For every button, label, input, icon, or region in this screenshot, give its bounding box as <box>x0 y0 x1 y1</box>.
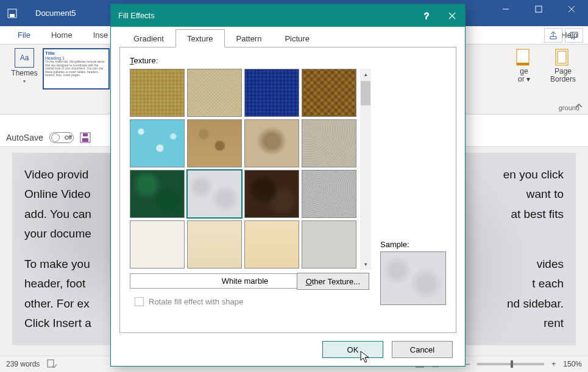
zoom-percent[interactable]: 150% <box>563 360 582 368</box>
texture-swatch[interactable] <box>130 170 185 218</box>
save-icon[interactable] <box>80 132 91 143</box>
page-color-icon <box>514 48 534 68</box>
dialog-window-controls: ? <box>414 4 465 27</box>
dialog-buttons: OK Cancel <box>111 333 465 366</box>
word-save-icon[interactable] <box>7 9 17 18</box>
close-button[interactable] <box>555 0 588 18</box>
themes-button[interactable]: Aa Themes ▾ <box>7 48 41 110</box>
svg-text:?: ? <box>424 12 429 20</box>
autosave-toggle-state: Off <box>65 135 72 141</box>
doc-text: other. For ex <box>24 294 90 314</box>
texture-swatch[interactable] <box>130 119 185 167</box>
doc-text: add. You can <box>24 205 91 224</box>
tab-gradient[interactable]: Gradient <box>122 29 175 47</box>
texture-swatch[interactable] <box>302 220 356 268</box>
autosave-label: AutoSave <box>6 133 43 142</box>
texture-swatch[interactable] <box>302 69 356 117</box>
scroll-thumb[interactable] <box>361 81 370 105</box>
chevron-down-icon: ▾ <box>23 79 26 84</box>
texture-swatch[interactable] <box>244 170 299 218</box>
svg-rect-3 <box>536 6 542 12</box>
texture-swatch[interactable] <box>187 119 242 167</box>
themes-icon: Aa <box>15 48 34 68</box>
spelling-icon[interactable] <box>47 359 57 370</box>
gallery-body: On the Insert tab, the galleries include… <box>45 60 107 77</box>
doc-text: nd sidebar. <box>507 294 564 314</box>
sample-area: Sample: <box>380 240 446 305</box>
texture-swatch-selected[interactable] <box>187 170 242 218</box>
gallery-title: Title <box>45 51 107 56</box>
doc-text: want to <box>526 184 564 204</box>
doc-text: Video provid <box>24 165 88 184</box>
zoom-in-icon[interactable]: + <box>551 360 556 368</box>
doc-text: Online Video <box>24 184 90 204</box>
themes-label: Themes <box>11 69 37 77</box>
ok-button[interactable]: OK <box>322 341 383 358</box>
svg-rect-11 <box>82 138 88 142</box>
doc-text: vides <box>537 254 564 274</box>
page-background-group: geor ▾ Page Borders <box>506 48 581 110</box>
doc-text: To make you <box>24 254 90 274</box>
scroll-down-icon[interactable]: ▾ <box>360 259 371 270</box>
tab-picture[interactable]: Picture <box>273 29 321 47</box>
comments-button[interactable] <box>565 28 583 43</box>
doc-text: header, foot <box>24 274 85 293</box>
texture-swatch[interactable] <box>244 220 299 268</box>
texture-swatch[interactable] <box>187 69 242 117</box>
page-color-label: geor ▾ <box>518 68 530 83</box>
doc-text: at best fits <box>511 205 564 224</box>
minimize-button[interactable] <box>489 0 522 18</box>
tab-pattern[interactable]: Pattern <box>225 29 274 47</box>
texture-swatch[interactable] <box>130 69 185 117</box>
page-borders-button[interactable]: Page Borders <box>545 48 581 110</box>
doc-text: rent <box>544 314 564 333</box>
sample-label: Sample: <box>380 240 446 249</box>
texture-swatch[interactable] <box>302 119 356 167</box>
dialog-title: Fill Effects <box>118 11 155 20</box>
collapse-ribbon-icon[interactable] <box>575 103 583 110</box>
rotate-fill-row: Rotate fill effect with shape <box>135 297 243 306</box>
zoom-out-icon[interactable]: − <box>466 360 470 368</box>
sample-swatch <box>380 251 446 305</box>
texture-grid <box>130 69 356 270</box>
page-color-button[interactable]: geor ▾ <box>506 48 542 110</box>
autosave-toggle[interactable]: Off <box>49 132 74 143</box>
word-count[interactable]: 239 words <box>6 360 40 368</box>
texture-scrollbar[interactable]: ▴ ▾ <box>360 69 371 270</box>
window-controls <box>489 0 588 18</box>
other-texture-button[interactable]: Other Texture... <box>297 273 369 290</box>
tab-home[interactable]: Home <box>41 26 83 44</box>
texture-swatch[interactable] <box>302 170 356 218</box>
rotate-fill-checkbox[interactable] <box>135 297 144 306</box>
doc-text: en you click <box>503 165 564 184</box>
svg-rect-1 <box>10 14 15 17</box>
share-button[interactable] <box>544 28 562 43</box>
doc-text: t each <box>532 274 564 293</box>
document-formatting-gallery-item[interactable]: Title Heading 1 On the Insert tab, the g… <box>43 48 110 89</box>
ribbon-right-controls <box>544 28 583 43</box>
zoom-slider[interactable] <box>477 363 544 365</box>
texture-swatch[interactable] <box>187 220 242 268</box>
texture-swatch[interactable] <box>244 119 299 167</box>
dialog-tabstrip: Gradient Texture Pattern Picture <box>111 27 465 47</box>
document-title: Document5 <box>35 9 76 18</box>
dialog-titlebar[interactable]: Fill Effects ? <box>111 4 465 27</box>
cancel-button[interactable]: Cancel <box>392 341 453 358</box>
fill-effects-dialog: Fill Effects ? Gradient Texture Pattern … <box>110 4 466 367</box>
texture-swatch[interactable] <box>130 220 185 268</box>
scroll-up-icon[interactable]: ▴ <box>360 69 371 80</box>
svg-rect-12 <box>83 133 88 136</box>
doc-text: Click Insert a <box>24 314 91 333</box>
dialog-help-button[interactable]: ? <box>414 4 439 27</box>
texture-panel: Texture: ▴ <box>119 47 456 333</box>
texture-label: Texture: <box>130 56 158 65</box>
page-borders-icon <box>553 48 573 68</box>
tab-file[interactable]: File <box>7 26 41 44</box>
doc-text: your docume <box>24 227 91 240</box>
maximize-button[interactable] <box>522 0 555 18</box>
tab-texture[interactable]: Texture <box>175 29 225 47</box>
texture-swatch[interactable] <box>244 69 299 117</box>
page-borders-label: Page Borders <box>545 68 581 83</box>
mouse-cursor-icon <box>360 351 370 364</box>
dialog-close-button[interactable] <box>439 4 465 27</box>
